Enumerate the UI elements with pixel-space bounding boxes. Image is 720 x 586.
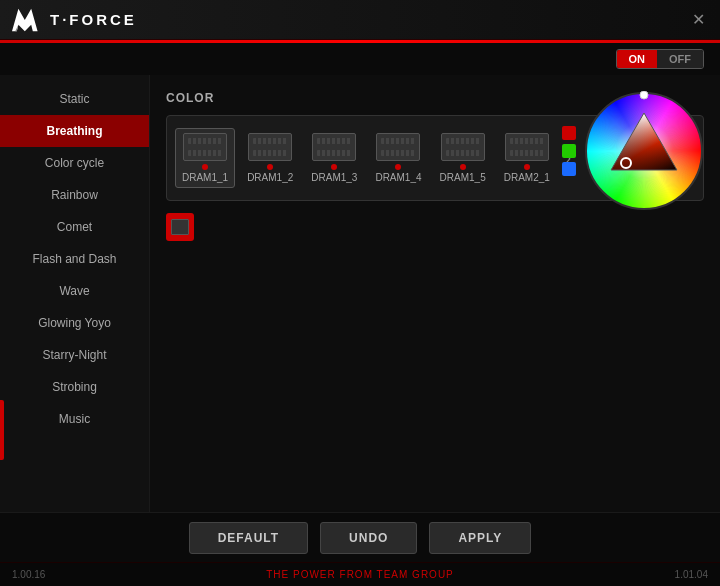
mini-chip-icon: [171, 219, 189, 235]
ram-module-dram1-5[interactable]: DRAM1_5: [434, 129, 492, 187]
tagline-label: THE POWER FROM TEAM GROUP: [266, 569, 454, 580]
ram-module-dram1-4[interactable]: DRAM1_4: [369, 129, 427, 187]
swatch-red[interactable]: [562, 126, 576, 140]
sidebar-item-rainbow[interactable]: Rainbow: [0, 179, 149, 211]
ram-label: DRAM1_1: [182, 172, 228, 183]
onoff-toggle[interactable]: ON OFF: [616, 49, 705, 69]
tforce-logo-icon: [12, 8, 44, 32]
sidebar-item-glowing-yoyo[interactable]: Glowing Yoyo: [0, 307, 149, 339]
onoff-bar: ON OFF: [0, 43, 720, 75]
colorpicker-row: [562, 91, 704, 211]
ram-module-dram1-3[interactable]: DRAM1_3: [305, 129, 363, 187]
ram-label: DRAM1_2: [247, 172, 293, 183]
ram-chip-icon: [441, 133, 485, 161]
ram-label: DRAM1_3: [311, 172, 357, 183]
sidebar-item-color-cycle[interactable]: Color cycle: [0, 147, 149, 179]
mini-selection-row: [166, 213, 704, 241]
main-layout: Static Breathing Color cycle Rainbow Com…: [0, 75, 720, 512]
default-button[interactable]: DEFAULT: [189, 522, 308, 554]
ram-dot: [202, 164, 208, 170]
ram-chip-icon: [376, 133, 420, 161]
ram-module-dram2-1[interactable]: DRAM2_1: [498, 129, 556, 187]
ram-dot: [524, 164, 530, 170]
svg-marker-0: [12, 8, 38, 30]
version-label: 1.00.16: [12, 569, 45, 580]
content-area: COLOR DRAM1_1 DRAM1_2 DRAM1_3 DRAM1_: [150, 75, 720, 512]
sidebar-item-flash-and-dash[interactable]: Flash and Dash: [0, 243, 149, 275]
sidebar-item-static[interactable]: Static: [0, 83, 149, 115]
ram-chip-icon: [505, 133, 549, 161]
logo-area: T·FORCE: [12, 8, 137, 32]
ram-module-dram1-2[interactable]: DRAM1_2: [241, 129, 299, 187]
ram-dot: [267, 164, 273, 170]
build-label: 1.01.04: [675, 569, 708, 580]
ram-label: DRAM1_5: [440, 172, 486, 183]
footer: 1.00.16 THE POWER FROM TEAM GROUP 1.01.0…: [0, 562, 720, 586]
color-wheel[interactable]: [584, 91, 704, 211]
selected-mini-module[interactable]: [166, 213, 194, 241]
logo-text: T·FORCE: [50, 11, 137, 28]
ram-dot: [331, 164, 337, 170]
sidebar-item-breathing[interactable]: Breathing: [0, 115, 149, 147]
close-button[interactable]: ✕: [688, 10, 708, 30]
ram-chip-icon: [312, 133, 356, 161]
swatch-blue[interactable]: [562, 162, 576, 176]
sidebar-item-strobing[interactable]: Strobing: [0, 371, 149, 403]
ram-chip-icon: [248, 133, 292, 161]
ram-label: DRAM1_4: [375, 172, 421, 183]
off-button[interactable]: OFF: [657, 50, 703, 68]
ram-dot: [460, 164, 466, 170]
sidebar-item-comet[interactable]: Comet: [0, 211, 149, 243]
color-swatches: [562, 126, 576, 176]
sidebar-item-wave[interactable]: Wave: [0, 275, 149, 307]
sidebar-item-starry-night[interactable]: Starry-Night: [0, 339, 149, 371]
ram-label: DRAM2_1: [504, 172, 550, 183]
undo-button[interactable]: UNDO: [320, 522, 417, 554]
titlebar: T·FORCE ✕: [0, 0, 720, 40]
ram-chip-icon: [183, 133, 227, 161]
on-button[interactable]: ON: [617, 50, 658, 68]
colorpicker-area: [562, 91, 704, 211]
colorwheel-canvas[interactable]: [584, 91, 704, 211]
left-accent-decoration: [0, 400, 4, 460]
apply-button[interactable]: APPLY: [429, 522, 531, 554]
swatch-green[interactable]: [562, 144, 576, 158]
sidebar-item-music[interactable]: Music: [0, 403, 149, 435]
ram-dot: [395, 164, 401, 170]
bottombar: DEFAULT UNDO APPLY: [0, 512, 720, 562]
ram-module-dram1-1[interactable]: DRAM1_1: [175, 128, 235, 188]
sidebar: Static Breathing Color cycle Rainbow Com…: [0, 75, 150, 512]
